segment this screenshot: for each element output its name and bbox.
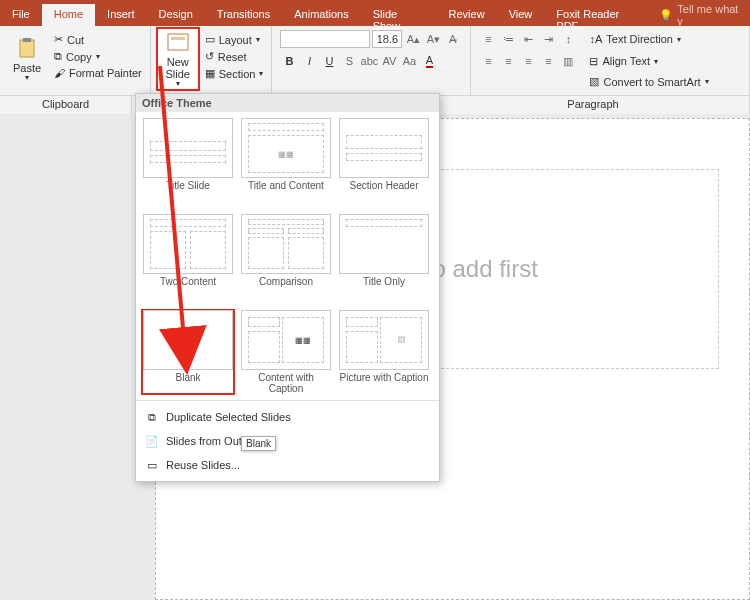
new-slide-button[interactable]: New Slide ▾ (157, 28, 199, 90)
chevron-down-icon: ▾ (25, 74, 29, 83)
tooltip-blank: Blank (241, 436, 276, 451)
cut-button[interactable]: ✂Cut (52, 32, 144, 47)
group-label-paragraph: Paragraph (437, 96, 750, 114)
justify-button[interactable]: ≡ (539, 52, 557, 70)
tab-view[interactable]: View (497, 4, 545, 26)
layout-icon: ▭ (205, 33, 215, 46)
numbering-button[interactable]: ≔ (499, 30, 517, 48)
bold-button[interactable]: B (280, 52, 298, 70)
layout-button[interactable]: ▭Layout▾ (203, 32, 266, 47)
tab-file[interactable]: File (0, 4, 42, 26)
copy-button[interactable]: ⧉Copy▾ (52, 49, 144, 64)
text-direction-icon: ↕A (589, 33, 602, 45)
group-label-clipboard: Clipboard (0, 96, 132, 114)
underline-button[interactable]: U (320, 52, 338, 70)
copy-icon: ⧉ (54, 50, 62, 63)
layout-content-caption[interactable]: ▦▦ Content with Caption (240, 310, 332, 394)
new-slide-icon (166, 30, 190, 54)
strike-button[interactable]: S (340, 52, 358, 70)
layout-title-slide[interactable]: Title Slide (142, 118, 234, 202)
smartart-icon: ▧ (589, 75, 599, 88)
gallery-header: Office Theme (136, 94, 439, 112)
reuse-icon: ▭ (144, 457, 160, 473)
tab-review[interactable]: Review (437, 4, 497, 26)
chevron-down-icon: ▾ (96, 52, 100, 61)
paste-button[interactable]: Paste ▾ (6, 28, 48, 90)
columns-button[interactable]: ▥ (559, 52, 577, 70)
bullets-button[interactable]: ≡ (479, 30, 497, 48)
section-button[interactable]: ▦Section▾ (203, 66, 266, 81)
tab-home[interactable]: Home (42, 4, 95, 26)
increase-font-button[interactable]: A▴ (404, 30, 422, 48)
align-center-button[interactable]: ≡ (499, 52, 517, 70)
layout-section-header[interactable]: Section Header (338, 118, 430, 202)
align-left-button[interactable]: ≡ (479, 52, 497, 70)
italic-button[interactable]: I (300, 52, 318, 70)
scissors-icon: ✂ (54, 33, 63, 46)
svg-rect-1 (23, 38, 31, 42)
tell-me[interactable]: 💡 Tell me what y (651, 4, 750, 26)
text-direction-button[interactable]: ↕AText Direction▾ (587, 32, 682, 46)
reset-button[interactable]: ↺Reset (203, 49, 266, 64)
tab-design[interactable]: Design (147, 4, 205, 26)
tab-insert[interactable]: Insert (95, 4, 147, 26)
tab-animations[interactable]: Animations (282, 4, 360, 26)
reset-icon: ↺ (205, 50, 214, 63)
line-spacing-button[interactable]: ↕ (559, 30, 577, 48)
layout-blank[interactable]: Blank (142, 310, 234, 394)
align-text-button[interactable]: ⊟Align Text▾ (587, 54, 660, 69)
paste-icon (15, 36, 39, 60)
layout-two-content[interactable]: Two Content (142, 214, 234, 298)
layout-title-content[interactable]: ▦▦ Title and Content (240, 118, 332, 202)
ribbon-tabs: File Home Insert Design Transitions Anim… (0, 4, 750, 26)
spacing-button[interactable]: AV (380, 52, 398, 70)
group-font: 18.6 A▴ A▾ A̶ B I U S abc AV Aa A (272, 26, 471, 95)
brush-icon: 🖌 (54, 67, 65, 79)
section-icon: ▦ (205, 67, 215, 80)
ribbon: Paste ▾ ✂Cut ⧉Copy▾ 🖌Format Painter New … (0, 26, 750, 96)
outline-icon: 📄 (144, 433, 160, 449)
tab-transitions[interactable]: Transitions (205, 4, 282, 26)
tab-slideshow[interactable]: Slide Show (361, 4, 437, 26)
tab-foxit[interactable]: Foxit Reader PDF (544, 4, 651, 26)
font-family-select[interactable] (280, 30, 370, 48)
layout-comparison[interactable]: Comparison (240, 214, 332, 298)
align-text-icon: ⊟ (589, 55, 598, 68)
layout-picture-caption[interactable]: 🖼 Picture with Caption (338, 310, 430, 394)
increase-indent-button[interactable]: ⇥ (539, 30, 557, 48)
align-right-button[interactable]: ≡ (519, 52, 537, 70)
font-color-button[interactable]: A (420, 52, 438, 70)
case-button[interactable]: Aa (400, 52, 418, 70)
group-paragraph: ≡ ≔ ⇤ ⇥ ↕ ↕AText Direction▾ ≡ ≡ ≡ ≡ ▥ ⊟A… (471, 26, 750, 95)
group-slides: New Slide ▾ ▭Layout▾ ↺Reset ▦Section▾ (151, 26, 273, 95)
chevron-down-icon: ▾ (176, 80, 180, 89)
lightbulb-icon: 💡 (659, 9, 673, 22)
svg-rect-2 (168, 34, 188, 50)
decrease-indent-button[interactable]: ⇤ (519, 30, 537, 48)
font-size-select[interactable]: 18.6 (372, 30, 402, 48)
layout-title-only[interactable]: Title Only (338, 214, 430, 298)
slides-from-outline-menuitem[interactable]: 📄Slides from Outline... (136, 429, 439, 453)
svg-rect-3 (171, 37, 185, 40)
new-slide-gallery: Office Theme Title Slide ▦▦ Title and Co… (135, 93, 440, 482)
group-clipboard: Paste ▾ ✂Cut ⧉Copy▾ 🖌Format Painter (0, 26, 151, 95)
duplicate-icon: ⧉ (144, 409, 160, 425)
svg-rect-0 (20, 40, 34, 57)
slide-thumbnail-panel[interactable] (0, 114, 140, 600)
clear-format-button[interactable]: A̶ (444, 30, 462, 48)
duplicate-slides-menuitem[interactable]: ⧉Duplicate Selected Slides (136, 405, 439, 429)
format-painter-button[interactable]: 🖌Format Painter (52, 66, 144, 80)
reuse-slides-menuitem[interactable]: ▭Reuse Slides... (136, 453, 439, 477)
shadow-button[interactable]: abc (360, 52, 378, 70)
convert-smartart-button[interactable]: ▧Convert to SmartArt▾ (587, 74, 710, 89)
decrease-font-button[interactable]: A▾ (424, 30, 442, 48)
